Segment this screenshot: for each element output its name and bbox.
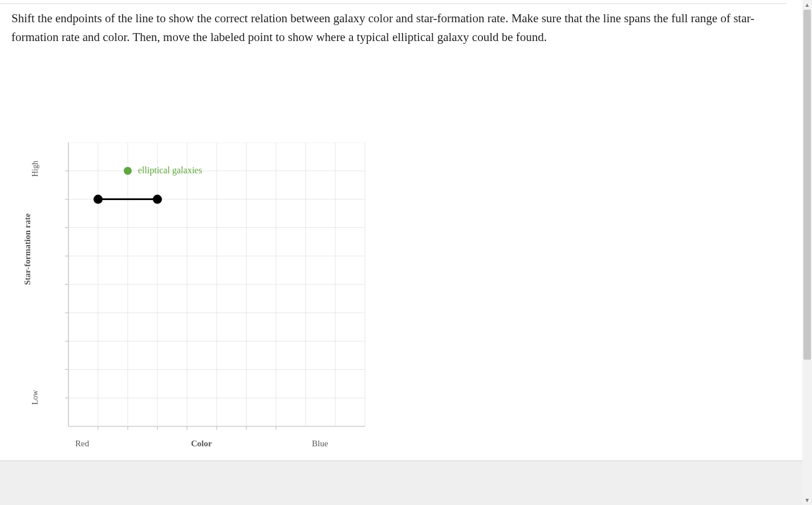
scroll-thumb[interactable] [803, 10, 811, 360]
line-endpoint-b[interactable] [153, 195, 162, 204]
content-top-divider [0, 3, 787, 4]
line-endpoint-a[interactable] [94, 195, 103, 204]
footer-strip [0, 461, 812, 505]
vertical-scrollbar[interactable]: ▲ ▼ [802, 0, 812, 505]
scroll-up-arrow-icon[interactable]: ▲ [802, 0, 812, 10]
axes [65, 142, 365, 430]
question-prompt: Shift the endpoints of the line to show … [11, 9, 776, 46]
x-tick-red: Red [75, 439, 89, 449]
scroll-down-arrow-icon[interactable]: ▼ [802, 495, 812, 505]
gridlines [68, 142, 365, 426]
elliptical-point-label[interactable]: elliptical galaxies [138, 165, 202, 176]
x-tick-blue: Blue [312, 439, 328, 449]
x-axis-title: Color [191, 439, 212, 449]
chart-stage: High Star-formation rate Low [29, 142, 399, 462]
elliptical-point[interactable] [124, 167, 132, 175]
plot-svg [29, 142, 399, 439]
